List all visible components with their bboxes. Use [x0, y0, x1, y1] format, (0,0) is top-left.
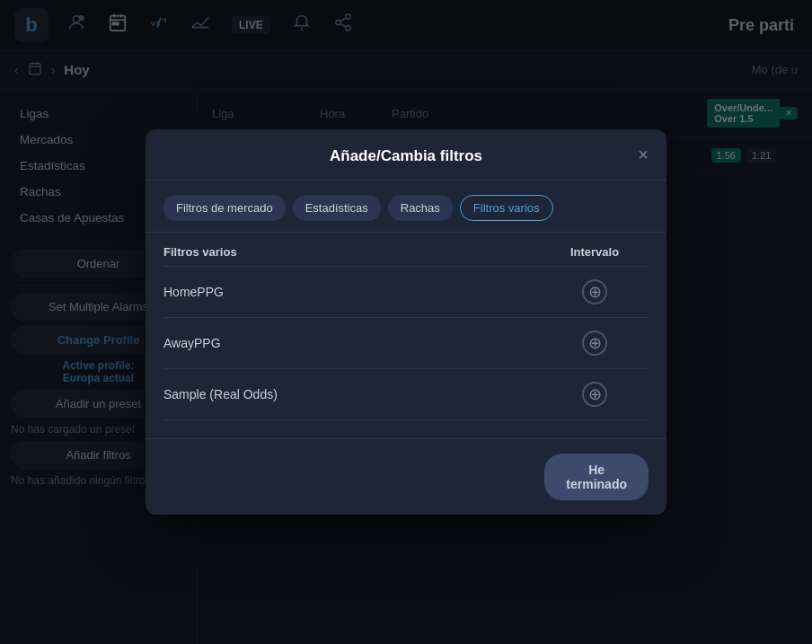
modal-close-btn[interactable]: × — [638, 146, 649, 163]
tab-rachas[interactable]: Rachas — [388, 195, 453, 221]
filter-row-awayppg: AwayPPG ⊕ — [163, 318, 649, 369]
tab-estadisticas[interactable]: Estadísticas — [293, 195, 381, 221]
filter-row-sample: Sample (Real Odds) ⊕ — [163, 369, 649, 420]
tab-filtros-mercado[interactable]: Filtros de mercado — [163, 195, 286, 221]
filter-action-awayppg: ⊕ — [541, 331, 649, 356]
add-awayppg-btn[interactable]: ⊕ — [582, 331, 607, 356]
done-btn[interactable]: Heterminado — [544, 454, 649, 500]
filter-name-homeppg: HomePPG — [163, 285, 541, 299]
filter-action-homeppg: ⊕ — [541, 279, 649, 304]
filter-table-header: Filtros varios Intervalo — [163, 233, 649, 267]
add-homeppg-btn[interactable]: ⊕ — [582, 279, 607, 304]
modal-header: Añade/Cambia filtros × — [146, 129, 666, 181]
filter-name-sample: Sample (Real Odds) — [163, 387, 541, 401]
modal-body: Filtros varios Intervalo HomePPG ⊕ AwayP… — [146, 233, 666, 438]
filter-col-interval-header: Intervalo — [541, 245, 649, 259]
filter-modal: Añade/Cambia filtros × Filtros de mercad… — [146, 129, 666, 515]
modal-title: Añade/Cambia filtros — [330, 147, 482, 165]
filter-action-sample: ⊕ — [541, 382, 649, 407]
modal-overlay[interactable]: Añade/Cambia filtros × Filtros de mercad… — [0, 0, 812, 644]
add-sample-btn[interactable]: ⊕ — [582, 382, 607, 407]
tab-filtros-varios[interactable]: Filtros varios — [460, 195, 553, 221]
modal-footer: Heterminado — [146, 438, 666, 515]
filter-row-homeppg: HomePPG ⊕ — [163, 267, 649, 318]
filter-col-name-header: Filtros varios — [163, 245, 541, 259]
modal-tabs: Filtros de mercado Estadísticas Rachas F… — [146, 181, 666, 233]
filter-name-awayppg: AwayPPG — [163, 336, 541, 350]
